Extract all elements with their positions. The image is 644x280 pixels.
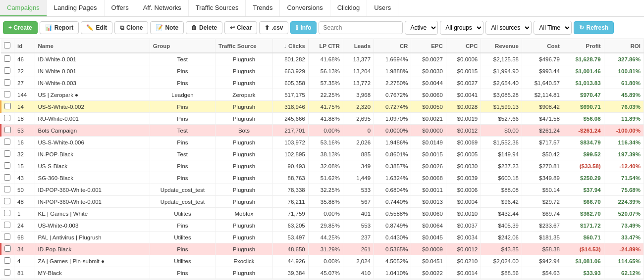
select-all-checkbox[interactable] (4, 42, 10, 48)
row-checkbox[interactable] (1, 255, 14, 267)
row-leads: 885 (343, 148, 374, 160)
row-clicks: 663,929 (272, 65, 308, 77)
row-checkbox[interactable] (1, 172, 14, 184)
row-checkbox[interactable] (1, 184, 14, 196)
row-checkbox[interactable] (1, 148, 14, 160)
row-revenue: $1,994.90 (481, 65, 522, 77)
col-roi[interactable]: ROI (604, 39, 644, 53)
col-epc[interactable]: EPC (411, 39, 446, 53)
row-cost: $496.79 (522, 53, 563, 65)
col-name[interactable]: Name (35, 39, 150, 53)
row-lp-ctr: 56.13% (308, 65, 343, 77)
delete-button[interactable]: 🗑 Delete (186, 21, 222, 34)
row-checkbox[interactable] (1, 65, 14, 77)
row-name[interactable]: IN-POP-360-White-0.001 (35, 196, 150, 208)
row-name[interactable]: ZA | Games | Pin-submit ● (35, 255, 150, 267)
nav-landing-pages[interactable]: Landing Pages (47, 0, 105, 16)
col-cr[interactable]: CR (374, 39, 411, 53)
row-checkbox[interactable] (1, 232, 14, 243)
row-checkbox[interactable] (1, 53, 14, 65)
row-traffic-source: Plugrush (215, 65, 273, 77)
col-profit[interactable]: Profit (563, 39, 604, 53)
row-cost: $181.35 (522, 232, 563, 243)
row-checkbox[interactable] (1, 267, 14, 279)
time-select[interactable]: All Time (534, 21, 572, 35)
row-name[interactable]: RU-White-0.001 (35, 113, 150, 125)
row-name[interactable]: ID-White-0.001 (35, 53, 150, 65)
row-lp-ctr: 44.25% (308, 232, 343, 243)
row-name[interactable]: ID-POP-360-White-0.001 (35, 184, 150, 196)
row-traffic-source: Plugrush (215, 148, 273, 160)
row-name[interactable]: IN-White-0.003 (35, 77, 150, 89)
row-name[interactable]: Bots Campaign (35, 125, 150, 137)
search-input[interactable] (319, 21, 403, 34)
nav-traffic-sources[interactable]: Traffic Sources (189, 0, 246, 16)
row-name[interactable]: IN-POP-Black (35, 148, 150, 160)
row-checkbox[interactable] (1, 101, 14, 113)
row-name[interactable]: KE | Games | White (35, 208, 150, 220)
row-lp-ctr: 57.35% (308, 77, 343, 89)
row-checkbox[interactable] (1, 208, 14, 220)
create-button[interactable]: + Create (3, 21, 38, 34)
col-cost[interactable]: Cost (522, 39, 563, 53)
row-name[interactable]: PAL | Antivirus | Plugrush (35, 232, 150, 243)
col-clicks[interactable]: ↓ Clicks (272, 39, 308, 53)
nav-offers[interactable]: Offers (105, 0, 136, 16)
table-row: 24 US-White-0.003 Pins Plugrush 63,205 2… (1, 220, 644, 232)
csv-button[interactable]: ⬆ .csv (259, 21, 288, 34)
row-leads: 2,026 (343, 137, 374, 148)
table-row: 22 IN-White-0.001 Pins Plugrush 663,929 … (1, 65, 644, 77)
row-checkbox[interactable] (1, 137, 14, 148)
row-leads: 0 (343, 125, 374, 137)
row-name[interactable]: US-White-0.003 (35, 220, 150, 232)
refresh-button[interactable]: ↻ Refresh (574, 21, 614, 34)
row-name[interactable]: ID-Pop-Black (35, 243, 150, 255)
row-checkbox[interactable] (1, 77, 14, 89)
row-name[interactable]: IN-White-0.001 (35, 65, 150, 77)
row-checkbox[interactable] (1, 196, 14, 208)
info-button[interactable]: ℹ Info (290, 21, 317, 34)
col-cpc[interactable]: CPC (446, 39, 481, 53)
nav-trends[interactable]: Trends (246, 0, 280, 16)
col-leads[interactable]: Leads (343, 39, 374, 53)
nav-users[interactable]: Users (367, 0, 398, 16)
row-id: 48 (14, 196, 35, 208)
row-checkbox[interactable] (1, 113, 14, 125)
sources-select[interactable]: All sources (485, 21, 532, 35)
row-name[interactable]: SG-360-Black (35, 172, 150, 184)
row-checkbox[interactable] (1, 125, 14, 137)
clone-button[interactable]: ⧉ Clone (114, 21, 148, 34)
clear-button[interactable]: ↩ Clear (224, 21, 257, 34)
nav-campaigns[interactable]: Campaigns (0, 0, 47, 16)
col-group[interactable]: Group (150, 39, 215, 53)
nav-conversions[interactable]: Conversions (280, 0, 330, 16)
select-all-header[interactable] (1, 39, 14, 53)
row-clicks: 318,946 (272, 101, 308, 113)
row-checkbox[interactable] (1, 243, 14, 255)
row-cpc: $0.0034 (446, 232, 481, 243)
col-lp-ctr[interactable]: LP CTR (308, 39, 343, 53)
row-group: Pins (150, 267, 215, 279)
row-revenue: $527.66 (481, 113, 522, 125)
row-roi: 61.80% (604, 77, 644, 89)
row-roi: 116.34% (604, 137, 644, 148)
groups-select[interactable]: All groups (440, 21, 483, 35)
row-name[interactable]: US-S-White-0.006 (35, 137, 150, 148)
row-name[interactable]: US-S-Black (35, 160, 150, 172)
row-checkbox[interactable] (1, 220, 14, 232)
note-button[interactable]: 📝 Note (150, 21, 184, 34)
row-name[interactable]: MY-Black (35, 267, 150, 279)
report-button[interactable]: 📊 Report (40, 21, 79, 34)
status-select[interactable]: Active (405, 21, 438, 35)
col-traffic-source[interactable]: Traffic Source (215, 39, 273, 53)
row-name[interactable]: US-S-White-0.002 (35, 101, 150, 113)
edit-button[interactable]: ✏️ Edit (81, 21, 112, 34)
row-name[interactable]: US | Zeropark ● (35, 89, 150, 101)
nav-aff-networks[interactable]: Aff. Networks (136, 0, 189, 16)
col-revenue[interactable]: Revenue (481, 39, 522, 53)
row-lp-ctr: 53.16% (308, 137, 343, 148)
row-checkbox[interactable] (1, 89, 14, 101)
row-checkbox[interactable] (1, 160, 14, 172)
nav-clicklog[interactable]: Clicklog (330, 0, 368, 16)
row-cost: $717.57 (522, 137, 563, 148)
